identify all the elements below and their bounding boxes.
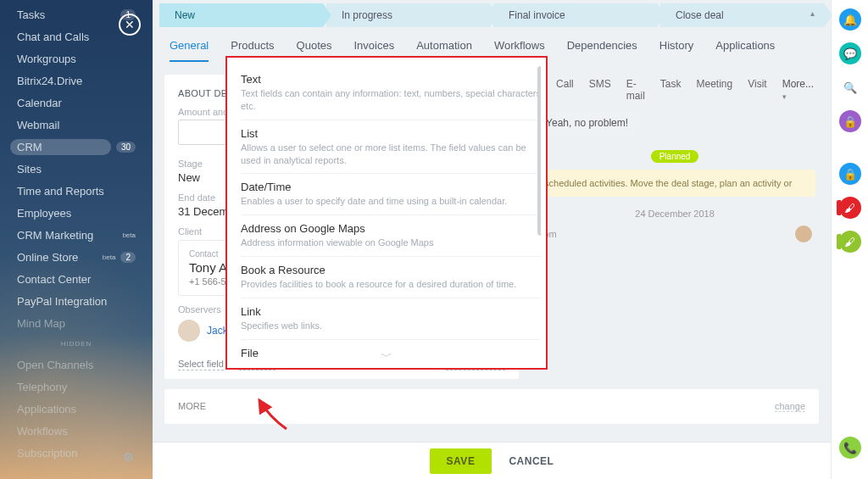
rail-brush-green-icon[interactable]: 🖌: [839, 231, 861, 253]
sidebar-item-label: Chat and Calls: [17, 31, 136, 43]
tab-history[interactable]: History: [659, 39, 693, 62]
popover-scrollbar[interactable]: [537, 66, 541, 236]
observer-avatar: [178, 320, 200, 342]
activity-bubble: Yeah, no problem!: [534, 110, 640, 136]
sidebar-item[interactable]: Time and Reports: [0, 180, 153, 202]
sidebar-item-label: CRM Marketing: [17, 229, 120, 242]
activity-tab[interactable]: SMS: [589, 78, 611, 102]
right-icon-rail: 🔔 💬 🔍 🔒 🔒 🖌 🖌 📞: [831, 0, 868, 479]
field-type-option[interactable]: TextText fields can contain any informat…: [241, 66, 541, 120]
rail-shield-icon[interactable]: 🔒: [839, 163, 861, 185]
sidebar-item[interactable]: Online Storebeta2: [0, 246, 153, 268]
activity-warning: scheduled activities. Move the deal stag…: [534, 170, 815, 197]
sidebar-item-label: Online Store: [17, 251, 100, 264]
tab-applications[interactable]: Applications: [715, 39, 775, 62]
sidebar-item-label: Time and Reports: [17, 185, 136, 198]
save-bar: SAVE CANCEL: [153, 442, 831, 479]
sidebar-item[interactable]: Open Channels: [0, 354, 153, 376]
field-type-option[interactable]: ListAllows a user to select one or more …: [241, 120, 541, 175]
more-panel-title: MORE: [178, 401, 206, 412]
activity-avatar: [795, 226, 812, 242]
rail-brush-red-icon[interactable]: 🖌: [839, 197, 861, 219]
sidebar-item[interactable]: Calendar: [0, 92, 153, 114]
sidebar-item-label: Employees: [17, 207, 136, 220]
sidebar-hidden-label: HIDDEN: [0, 337, 153, 350]
save-button[interactable]: SAVE: [430, 448, 492, 474]
stage-final-invoice[interactable]: Final invoice: [493, 3, 657, 27]
sidebar-item-label: PayPal Integration: [17, 295, 136, 308]
activity-tab[interactable]: Visit: [748, 78, 766, 102]
activity-tab[interactable]: Task: [660, 78, 682, 102]
sidebar-item-label: Tasks: [17, 8, 115, 21]
sidebar-item-label: Workgroups: [17, 53, 136, 65]
stage-new[interactable]: New: [159, 3, 323, 27]
sidebar-badge: 2: [120, 252, 136, 263]
left-sidebar: ✕ Tasks1Chat and CallsWorkgroupsBitrix24…: [0, 0, 153, 479]
sidebar-item-label: Webmail: [17, 119, 136, 131]
sidebar-item[interactable]: Contact Center: [0, 268, 153, 290]
sidebar-item-label: Applications: [17, 403, 136, 415]
rail-lock-icon[interactable]: 🔒: [839, 110, 861, 132]
sidebar-item-label: Sites: [17, 163, 136, 175]
sidebar-item[interactable]: CRM30: [0, 136, 153, 158]
rail-notifications-icon[interactable]: 🔔: [839, 8, 861, 31]
sidebar-item-label: Subscription: [17, 447, 136, 460]
sidebar-item[interactable]: CRM Marketingbeta: [0, 224, 153, 246]
sidebar-item[interactable]: Chat and Calls: [0, 25, 153, 47]
sidebar-item-label: Bitrix24.Drive: [17, 75, 136, 87]
rail-chat-icon[interactable]: 💬: [839, 42, 861, 64]
sidebar-item[interactable]: Applications: [0, 398, 153, 420]
tab-general[interactable]: General: [170, 39, 209, 62]
sidebar-item[interactable]: PayPal Integration: [0, 290, 153, 312]
activity-date-separator: 24 December 2018: [531, 209, 819, 219]
sidebar-item[interactable]: Bitrix24.Drive: [0, 70, 153, 92]
sidebar-item[interactable]: Workgroups: [0, 47, 153, 70]
field-type-option[interactable]: LinkSpecifies web links.: [241, 298, 541, 340]
field-type-popover: TextText fields can contain any informat…: [225, 56, 548, 370]
field-type-option[interactable]: Date/TimeEnables a user to specify date …: [241, 174, 541, 215]
field-type-option[interactable]: Address on Google MapsAddress informatio…: [241, 215, 541, 257]
activity-tab[interactable]: E-mail: [626, 78, 645, 102]
deal-pipeline: New In progress Final invoice Close deal: [156, 3, 827, 27]
select-field-link[interactable]: Select field: [178, 359, 224, 370]
sidebar-settings-icon[interactable]: ⚙: [123, 450, 134, 464]
sidebar-item[interactable]: Mind Map: [0, 312, 153, 334]
sidebar-item-label: Workflows: [17, 425, 136, 437]
sidebar-item-label: Mind Map: [17, 317, 136, 330]
cancel-button[interactable]: CANCEL: [509, 455, 554, 467]
tab-dependencies[interactable]: Dependencies: [567, 39, 637, 62]
sidebar-item-label: Open Channels: [17, 359, 136, 371]
sidebar-badge: 1: [120, 9, 136, 20]
activity-tab[interactable]: Meeting: [697, 78, 733, 102]
stage-in-progress[interactable]: In progress: [326, 3, 490, 27]
sidebar-item-label: Calendar: [17, 97, 136, 109]
sidebar-item[interactable]: Employees: [0, 202, 153, 224]
rail-search-icon[interactable]: 🔍: [839, 76, 861, 98]
sidebar-item-label: Telephony: [17, 381, 136, 393]
activity-tab[interactable]: More...: [782, 78, 814, 102]
sidebar-item[interactable]: Sites: [0, 158, 153, 180]
sidebar-item[interactable]: Webmail: [0, 114, 153, 136]
sidebar-item[interactable]: Tasks1: [0, 3, 153, 25]
more-panel-change-link[interactable]: change: [775, 401, 805, 412]
sidebar-item-label: Contact Center: [17, 273, 136, 286]
pipeline-caret-icon[interactable]: ▴: [810, 8, 824, 22]
sidebar-badge: 30: [116, 142, 136, 153]
stage-close-deal[interactable]: Close deal: [660, 3, 824, 27]
activity-tab[interactable]: Call: [556, 78, 574, 102]
sidebar-item[interactable]: Telephony: [0, 376, 153, 398]
field-type-option[interactable]: Book a ResourceProvides facilities to bo…: [241, 257, 541, 298]
more-panel: MORE change: [164, 389, 819, 424]
activity-panel: itCallSMSE-mailTaskMeetingVisitMore... Y…: [531, 75, 819, 242]
planned-badge: Planned: [651, 150, 699, 163]
sidebar-item-label: CRM: [10, 139, 111, 155]
sidebar-item[interactable]: Workflows: [0, 420, 153, 442]
observer-name[interactable]: Jack: [207, 325, 228, 337]
popover-chevron-down-icon[interactable]: ﹀: [227, 349, 546, 365]
rail-phone-icon[interactable]: 📞: [839, 437, 861, 459]
